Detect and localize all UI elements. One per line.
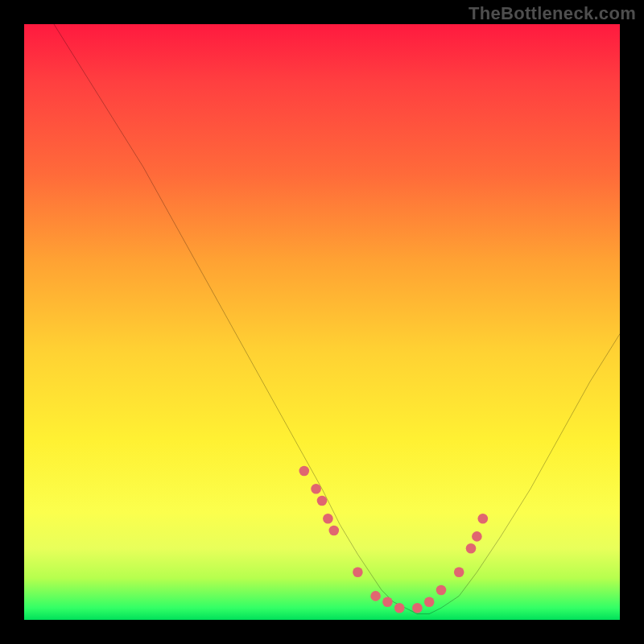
marker-dot bbox=[472, 531, 482, 542]
marker-dot bbox=[478, 514, 489, 524]
marker-dot bbox=[323, 514, 333, 524]
marker-dot bbox=[299, 466, 310, 477]
curve-svg bbox=[24, 24, 620, 620]
marker-dot bbox=[394, 603, 405, 613]
marker-dot bbox=[466, 543, 477, 554]
marker-dot bbox=[424, 597, 435, 608]
marker-dot bbox=[454, 568, 464, 578]
marker-dot bbox=[317, 496, 328, 506]
marker-dot bbox=[353, 568, 363, 578]
marker-dot bbox=[382, 597, 393, 608]
chart-frame: TheBottleneck.com bbox=[0, 0, 644, 644]
marker-group bbox=[299, 466, 489, 613]
marker-dot bbox=[412, 603, 423, 613]
marker-dot bbox=[436, 585, 447, 596]
bottleneck-curve bbox=[54, 24, 620, 614]
watermark: TheBottleneck.com bbox=[469, 3, 636, 24]
marker-dot bbox=[370, 591, 381, 601]
marker-dot bbox=[329, 526, 340, 536]
marker-dot bbox=[311, 484, 321, 494]
